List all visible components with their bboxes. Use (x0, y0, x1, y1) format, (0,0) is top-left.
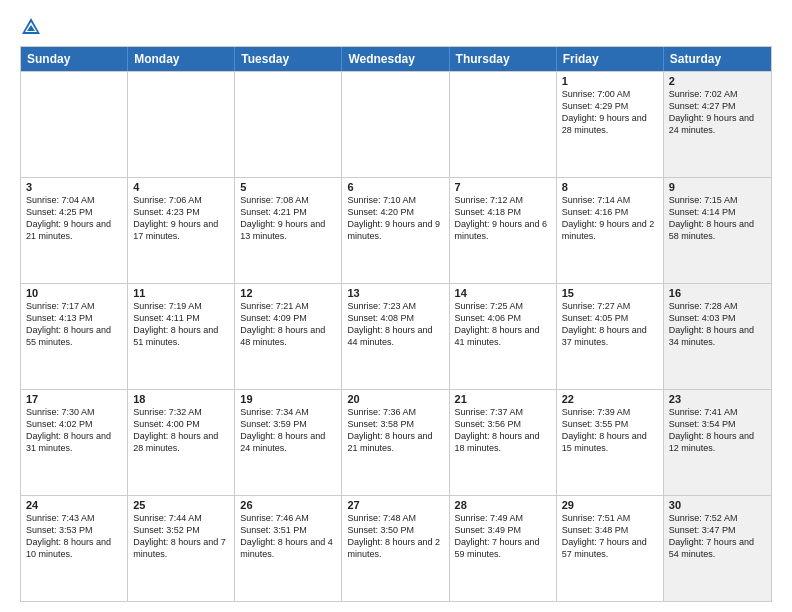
day-cell-12: 12Sunrise: 7:21 AM Sunset: 4:09 PM Dayli… (235, 284, 342, 389)
day-info: Sunrise: 7:17 AM Sunset: 4:13 PM Dayligh… (26, 300, 122, 349)
week-row-4: 17Sunrise: 7:30 AM Sunset: 4:02 PM Dayli… (21, 389, 771, 495)
day-cell-26: 26Sunrise: 7:46 AM Sunset: 3:51 PM Dayli… (235, 496, 342, 601)
logo (20, 16, 46, 38)
calendar-header: SundayMondayTuesdayWednesdayThursdayFrid… (21, 47, 771, 71)
day-info: Sunrise: 7:10 AM Sunset: 4:20 PM Dayligh… (347, 194, 443, 243)
col-header-tuesday: Tuesday (235, 47, 342, 71)
day-cell-empty-0-1 (128, 72, 235, 177)
day-number: 29 (562, 499, 658, 511)
day-cell-8: 8Sunrise: 7:14 AM Sunset: 4:16 PM Daylig… (557, 178, 664, 283)
day-number: 19 (240, 393, 336, 405)
day-cell-19: 19Sunrise: 7:34 AM Sunset: 3:59 PM Dayli… (235, 390, 342, 495)
day-number: 10 (26, 287, 122, 299)
header (20, 16, 772, 38)
day-cell-empty-0-2 (235, 72, 342, 177)
day-number: 24 (26, 499, 122, 511)
day-cell-30: 30Sunrise: 7:52 AM Sunset: 3:47 PM Dayli… (664, 496, 771, 601)
day-number: 15 (562, 287, 658, 299)
day-info: Sunrise: 7:28 AM Sunset: 4:03 PM Dayligh… (669, 300, 766, 349)
day-cell-23: 23Sunrise: 7:41 AM Sunset: 3:54 PM Dayli… (664, 390, 771, 495)
day-number: 11 (133, 287, 229, 299)
day-info: Sunrise: 7:43 AM Sunset: 3:53 PM Dayligh… (26, 512, 122, 561)
day-info: Sunrise: 7:08 AM Sunset: 4:21 PM Dayligh… (240, 194, 336, 243)
day-cell-2: 2Sunrise: 7:02 AM Sunset: 4:27 PM Daylig… (664, 72, 771, 177)
calendar: SundayMondayTuesdayWednesdayThursdayFrid… (20, 46, 772, 602)
day-info: Sunrise: 7:04 AM Sunset: 4:25 PM Dayligh… (26, 194, 122, 243)
day-cell-17: 17Sunrise: 7:30 AM Sunset: 4:02 PM Dayli… (21, 390, 128, 495)
day-info: Sunrise: 7:41 AM Sunset: 3:54 PM Dayligh… (669, 406, 766, 455)
page: SundayMondayTuesdayWednesdayThursdayFrid… (0, 0, 792, 612)
day-cell-18: 18Sunrise: 7:32 AM Sunset: 4:00 PM Dayli… (128, 390, 235, 495)
day-info: Sunrise: 7:21 AM Sunset: 4:09 PM Dayligh… (240, 300, 336, 349)
day-cell-6: 6Sunrise: 7:10 AM Sunset: 4:20 PM Daylig… (342, 178, 449, 283)
day-number: 23 (669, 393, 766, 405)
day-number: 25 (133, 499, 229, 511)
day-number: 4 (133, 181, 229, 193)
day-cell-5: 5Sunrise: 7:08 AM Sunset: 4:21 PM Daylig… (235, 178, 342, 283)
day-cell-7: 7Sunrise: 7:12 AM Sunset: 4:18 PM Daylig… (450, 178, 557, 283)
day-number: 30 (669, 499, 766, 511)
day-cell-3: 3Sunrise: 7:04 AM Sunset: 4:25 PM Daylig… (21, 178, 128, 283)
day-info: Sunrise: 7:37 AM Sunset: 3:56 PM Dayligh… (455, 406, 551, 455)
day-info: Sunrise: 7:39 AM Sunset: 3:55 PM Dayligh… (562, 406, 658, 455)
col-header-monday: Monday (128, 47, 235, 71)
logo-icon (20, 16, 42, 38)
day-number: 14 (455, 287, 551, 299)
day-cell-14: 14Sunrise: 7:25 AM Sunset: 4:06 PM Dayli… (450, 284, 557, 389)
day-cell-empty-0-0 (21, 72, 128, 177)
day-number: 20 (347, 393, 443, 405)
day-info: Sunrise: 7:34 AM Sunset: 3:59 PM Dayligh… (240, 406, 336, 455)
day-number: 9 (669, 181, 766, 193)
col-header-friday: Friday (557, 47, 664, 71)
day-info: Sunrise: 7:36 AM Sunset: 3:58 PM Dayligh… (347, 406, 443, 455)
day-info: Sunrise: 7:19 AM Sunset: 4:11 PM Dayligh… (133, 300, 229, 349)
day-cell-27: 27Sunrise: 7:48 AM Sunset: 3:50 PM Dayli… (342, 496, 449, 601)
day-number: 16 (669, 287, 766, 299)
day-number: 3 (26, 181, 122, 193)
day-info: Sunrise: 7:44 AM Sunset: 3:52 PM Dayligh… (133, 512, 229, 561)
col-header-wednesday: Wednesday (342, 47, 449, 71)
day-info: Sunrise: 7:49 AM Sunset: 3:49 PM Dayligh… (455, 512, 551, 561)
day-number: 12 (240, 287, 336, 299)
day-info: Sunrise: 7:46 AM Sunset: 3:51 PM Dayligh… (240, 512, 336, 561)
day-number: 2 (669, 75, 766, 87)
day-cell-13: 13Sunrise: 7:23 AM Sunset: 4:08 PM Dayli… (342, 284, 449, 389)
day-cell-29: 29Sunrise: 7:51 AM Sunset: 3:48 PM Dayli… (557, 496, 664, 601)
week-row-2: 3Sunrise: 7:04 AM Sunset: 4:25 PM Daylig… (21, 177, 771, 283)
day-cell-28: 28Sunrise: 7:49 AM Sunset: 3:49 PM Dayli… (450, 496, 557, 601)
day-info: Sunrise: 7:14 AM Sunset: 4:16 PM Dayligh… (562, 194, 658, 243)
day-number: 6 (347, 181, 443, 193)
week-row-3: 10Sunrise: 7:17 AM Sunset: 4:13 PM Dayli… (21, 283, 771, 389)
day-cell-9: 9Sunrise: 7:15 AM Sunset: 4:14 PM Daylig… (664, 178, 771, 283)
day-info: Sunrise: 7:12 AM Sunset: 4:18 PM Dayligh… (455, 194, 551, 243)
day-cell-empty-0-3 (342, 72, 449, 177)
day-cell-10: 10Sunrise: 7:17 AM Sunset: 4:13 PM Dayli… (21, 284, 128, 389)
week-row-5: 24Sunrise: 7:43 AM Sunset: 3:53 PM Dayli… (21, 495, 771, 601)
day-info: Sunrise: 7:30 AM Sunset: 4:02 PM Dayligh… (26, 406, 122, 455)
day-info: Sunrise: 7:15 AM Sunset: 4:14 PM Dayligh… (669, 194, 766, 243)
day-number: 8 (562, 181, 658, 193)
day-cell-16: 16Sunrise: 7:28 AM Sunset: 4:03 PM Dayli… (664, 284, 771, 389)
day-cell-25: 25Sunrise: 7:44 AM Sunset: 3:52 PM Dayli… (128, 496, 235, 601)
col-header-sunday: Sunday (21, 47, 128, 71)
day-info: Sunrise: 7:06 AM Sunset: 4:23 PM Dayligh… (133, 194, 229, 243)
day-number: 26 (240, 499, 336, 511)
day-number: 21 (455, 393, 551, 405)
day-cell-22: 22Sunrise: 7:39 AM Sunset: 3:55 PM Dayli… (557, 390, 664, 495)
day-number: 1 (562, 75, 658, 87)
day-cell-1: 1Sunrise: 7:00 AM Sunset: 4:29 PM Daylig… (557, 72, 664, 177)
day-number: 22 (562, 393, 658, 405)
day-cell-empty-0-4 (450, 72, 557, 177)
day-cell-21: 21Sunrise: 7:37 AM Sunset: 3:56 PM Dayli… (450, 390, 557, 495)
day-info: Sunrise: 7:25 AM Sunset: 4:06 PM Dayligh… (455, 300, 551, 349)
calendar-body: 1Sunrise: 7:00 AM Sunset: 4:29 PM Daylig… (21, 71, 771, 601)
day-cell-15: 15Sunrise: 7:27 AM Sunset: 4:05 PM Dayli… (557, 284, 664, 389)
day-number: 28 (455, 499, 551, 511)
day-number: 13 (347, 287, 443, 299)
day-number: 7 (455, 181, 551, 193)
day-number: 17 (26, 393, 122, 405)
day-number: 5 (240, 181, 336, 193)
day-cell-11: 11Sunrise: 7:19 AM Sunset: 4:11 PM Dayli… (128, 284, 235, 389)
day-info: Sunrise: 7:00 AM Sunset: 4:29 PM Dayligh… (562, 88, 658, 137)
day-info: Sunrise: 7:27 AM Sunset: 4:05 PM Dayligh… (562, 300, 658, 349)
